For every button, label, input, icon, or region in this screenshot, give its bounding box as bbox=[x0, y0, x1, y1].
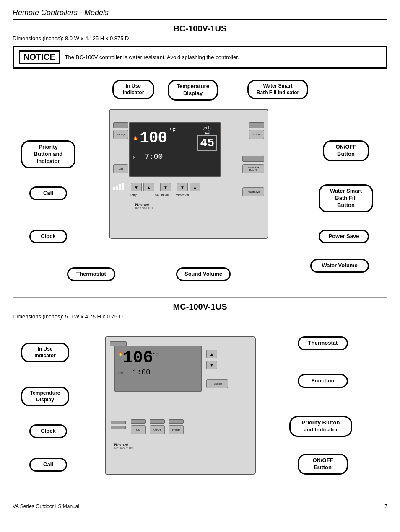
section-divider bbox=[13, 297, 387, 298]
bc-water-vol-down-btn[interactable]: ▼ bbox=[177, 183, 188, 191]
mc-model-title: MC-100V-1US bbox=[13, 302, 387, 312]
bc-call-btn[interactable]: Call bbox=[113, 164, 128, 173]
bc-diagram: Priority Button and Indicator Call Clock… bbox=[13, 75, 387, 293]
mc-controller-body: 🔥 106 °F PM 1:00 ▲ ▼ Function bbox=[105, 336, 256, 475]
page-header: Remote Controllers - Models bbox=[13, 8, 387, 20]
mc-call-indicator bbox=[131, 419, 146, 424]
mc-on-off-btn[interactable]: On/Off bbox=[150, 425, 165, 434]
bc-water-smart-indicator-label: Water SmartBath Fill Indicator bbox=[247, 80, 308, 99]
bc-watersmart-indicator bbox=[242, 156, 264, 162]
mc-display-screen: 🔥 106 °F PM 1:00 bbox=[114, 346, 202, 392]
bc-temp-up-btn[interactable]: ▲ bbox=[143, 183, 154, 191]
bc-display-unit: °F bbox=[169, 127, 176, 134]
bc-watersmart-btn[interactable]: WaterSmart Bath Fill bbox=[242, 164, 264, 173]
bc-on-off-indicator bbox=[249, 122, 264, 128]
footer-right: 7 bbox=[384, 504, 387, 509]
bc-water-smart-btn-label: Water SmartBath FillButton bbox=[319, 184, 373, 212]
page-header-title: Remote Controllers - Models bbox=[13, 8, 109, 17]
bc-bar-indicator bbox=[113, 183, 124, 190]
bc-temp-down-btn[interactable]: ▼ bbox=[131, 183, 142, 191]
bc-gal-area: gal. 🛁 45 bbox=[197, 126, 217, 151]
page-footer: VA Series Outdoor LS Manual 7 bbox=[13, 500, 387, 509]
bc-thermostat-label: Thermostat bbox=[67, 267, 115, 281]
mc-down-btn[interactable]: ▼ bbox=[206, 361, 217, 369]
bc-display-screen: 🔥 100 °F gal. 🛁 45 M 7:00 bbox=[129, 122, 221, 177]
bc-sound-down-btn[interactable]: ▼ bbox=[160, 183, 171, 191]
mc-in-use-label: In UseIndicator bbox=[21, 343, 69, 362]
mc-dimensions: Dimensions (inches): 5.0 W x 4.75 H x 0.… bbox=[13, 313, 387, 320]
bc-dimensions: Dimensions (inches): 8.0 W x 4.125 H x 0… bbox=[13, 35, 387, 41]
mc-on-off-indicator bbox=[150, 419, 165, 424]
bc-clock-label: Clock bbox=[29, 230, 67, 243]
mc-priority-label: Priority Buttonand Indicator bbox=[289, 416, 352, 437]
mc-thermostat-label: Thermostat bbox=[298, 336, 348, 350]
bc-display-time: M 7:00 bbox=[133, 152, 217, 161]
bc-powersave-btn[interactable]: PowerSave bbox=[242, 187, 264, 196]
mc-display-unit: °F bbox=[153, 351, 159, 358]
bc-model-title: BC-100V-1US bbox=[13, 24, 387, 34]
bc-priority-label: Priority Button and Indicator bbox=[21, 140, 75, 168]
mc-temp-display-label: TemperatureDisplay bbox=[21, 387, 69, 406]
mc-section: MC-100V-1US Dimensions (inches): 5.0 W x… bbox=[13, 302, 387, 491]
bc-water-vol-up-btn[interactable]: ▲ bbox=[190, 183, 200, 191]
bc-water-label: Water Vol. bbox=[176, 194, 190, 196]
notice-box: NOTICE The BC-100V controller is water r… bbox=[13, 46, 387, 69]
mc-rinnai-logo: Rinnai MC-100V-1US bbox=[114, 442, 133, 450]
mc-display-time: PM 1:00 bbox=[118, 368, 198, 377]
bc-rinnai-logo: Rinnai BC-100V-1US bbox=[135, 202, 153, 210]
bc-priority-indicator bbox=[113, 122, 128, 128]
mc-priority-indicator bbox=[169, 419, 184, 424]
bc-priority-btn[interactable]: Priority bbox=[113, 130, 128, 139]
mc-up-btn[interactable]: ▲ bbox=[206, 350, 217, 358]
mc-diagram: In UseIndicator TemperatureDisplay Clock… bbox=[13, 324, 387, 491]
bc-sound-volume-label: Sound Volume bbox=[176, 267, 231, 281]
bc-water-volume-label: Water Volume bbox=[310, 259, 369, 273]
notice-label: NOTICE bbox=[19, 50, 60, 64]
mc-bottom-indicators bbox=[111, 421, 126, 429]
bc-on-off-label: ON/OFFButton bbox=[323, 140, 369, 161]
mc-priority-btn[interactable]: Priority bbox=[169, 425, 184, 434]
bc-power-save-label: Power Save bbox=[319, 230, 369, 243]
bc-display-temp: 100 bbox=[140, 130, 167, 146]
bc-temp-label: Temp. bbox=[130, 194, 138, 196]
bc-controller-body: 🔥 100 °F gal. 🛁 45 M 7:00 Priority bbox=[109, 109, 268, 239]
bc-gal-num: 45 bbox=[197, 135, 217, 151]
mc-on-off-label: ON/OFFButton bbox=[298, 454, 348, 475]
mc-clock-label: Clock bbox=[29, 424, 67, 438]
mc-function-label: Function bbox=[298, 374, 348, 388]
bc-temp-display-label: Temperature Display bbox=[168, 80, 218, 101]
mc-display-temp: 106 bbox=[123, 350, 153, 367]
mc-temp-row: 🔥 106 °F bbox=[118, 350, 198, 367]
mc-call-btn[interactable]: Call bbox=[131, 425, 146, 434]
bc-call-label: Call bbox=[29, 186, 67, 200]
bc-on-off-btn[interactable]: On/Off bbox=[249, 130, 264, 139]
bc-sound-label: Sound Vol. bbox=[155, 194, 169, 196]
mc-call-label: Call bbox=[29, 458, 67, 472]
bc-gal-label: gal. bbox=[197, 126, 217, 130]
notice-text: The BC-100V controller is water resistan… bbox=[65, 54, 239, 60]
bc-section: BC-100V-1US Dimensions (inches): 8.0 W x… bbox=[13, 24, 387, 293]
bc-in-use-label: In UseIndicator bbox=[112, 80, 154, 99]
footer-left: VA Series Outdoor LS Manual bbox=[13, 504, 79, 509]
mc-function-btn[interactable]: Function bbox=[206, 379, 228, 388]
